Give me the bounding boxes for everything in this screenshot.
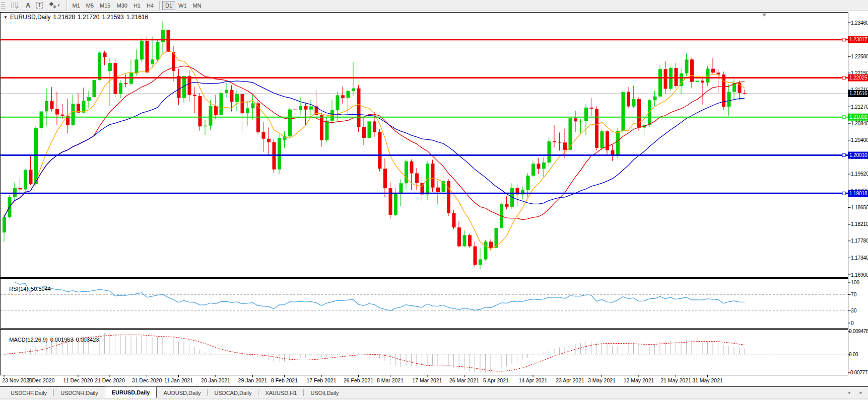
x-tick-label: 2 Dec 2020 (28, 377, 55, 383)
candle-body (29, 170, 33, 184)
chart-canvas[interactable]: 1.234601.230201.225801.221501.217101.212… (0, 11, 868, 386)
level-price-tag-label: 1.19018 (849, 191, 867, 196)
timeframe-button-mn[interactable]: MN (190, 1, 205, 10)
y-tick-label: 1.22580 (851, 54, 868, 59)
tab-usdcad[interactable]: USDCAD,Daily (208, 387, 258, 398)
candle-body (13, 188, 17, 197)
candle-body (347, 91, 350, 98)
rsi-pane[interactable] (1, 279, 848, 329)
candle-body (87, 97, 91, 101)
ohlc-high: 1.21720 (78, 14, 99, 21)
candle-body (341, 95, 345, 98)
timeframe-button-h1[interactable]: H1 (130, 1, 144, 10)
candle-body (214, 106, 218, 115)
timeframe-button-d1[interactable]: D1 (162, 1, 175, 10)
macd-tick-label: 0.009478 (849, 329, 868, 334)
candle-body (230, 90, 234, 102)
tab-audusd[interactable]: AUDUSD,Daily (157, 387, 207, 398)
level-handle[interactable] (842, 192, 845, 195)
rsi-tick-label: 70 (851, 292, 857, 297)
timeframe-button-m15[interactable]: M15 (97, 1, 113, 10)
candle-body (220, 93, 223, 115)
level-handle[interactable] (842, 76, 845, 79)
candle-body (40, 111, 43, 128)
candle-body (531, 164, 535, 176)
candle-body (399, 183, 403, 194)
candle-body (553, 141, 556, 142)
candle-body (436, 188, 440, 192)
macd-pane[interactable] (1, 330, 848, 375)
y-tick-label: 1.20400 (851, 137, 868, 143)
candle-body (188, 76, 191, 95)
chart-window[interactable]: 1.234601.230201.225801.221501.217101.212… (0, 11, 868, 386)
candle-body (204, 126, 207, 127)
level-price-tag-label: 1.20010 (849, 152, 867, 158)
chart-dropdown-icon[interactable]: ▼ (4, 15, 8, 20)
candle-body (225, 90, 228, 93)
candle-body (368, 121, 371, 138)
candle-body (558, 142, 562, 143)
candle-body (479, 259, 482, 265)
fibonacci-tool-icon[interactable]: F (8, 1, 23, 10)
candle-body (235, 94, 239, 102)
y-tick-label: 1.19520 (851, 171, 868, 177)
y-tick-label: 1.23460 (851, 20, 868, 26)
timeframe-button-m30[interactable]: M30 (113, 1, 130, 10)
x-tick-label: 11 Dec 2020 (63, 377, 93, 383)
candle-body (19, 188, 22, 189)
text-label-icon[interactable]: A (23, 1, 33, 10)
text-tool-icon[interactable]: T (33, 1, 45, 10)
y-tick-label: 1.17780 (851, 238, 868, 244)
candle-body (548, 141, 551, 163)
candle-body (727, 92, 731, 107)
x-tick-label: 17 Feb 2021 (307, 377, 337, 383)
candle-body (600, 131, 604, 148)
candle-body (658, 69, 662, 96)
timeframe-button-m1[interactable]: M1 (70, 1, 83, 10)
timeframe-button-m5[interactable]: M5 (83, 1, 97, 10)
candle-body (410, 162, 414, 174)
candle-body (50, 101, 54, 109)
tab-scroll-left-icon[interactable]: ◄ (847, 390, 851, 395)
tab-xauusd[interactable]: XAUUSD,H1 (258, 387, 303, 398)
level-handle[interactable] (842, 38, 845, 41)
candle-body (267, 139, 271, 142)
candle-body (468, 235, 472, 246)
price-pane[interactable] (1, 13, 848, 278)
level-handle[interactable] (842, 154, 845, 157)
x-tick-label: 8 Feb 2021 (271, 377, 298, 383)
symbol-tabs: USDCHF,DailyUSDCNH,DailyEURUSD,DailyAUDU… (4, 387, 346, 398)
toolbar-grip[interactable] (1, 2, 6, 10)
candle-body (611, 150, 615, 154)
arrow-tools-icon[interactable]: ▾ (46, 1, 64, 10)
toolbar-separator (66, 1, 67, 10)
tab-eurusd[interactable]: EURUSD,Daily (105, 386, 157, 398)
rsi-tick-label: 0 (851, 321, 854, 326)
candle-body (3, 217, 6, 232)
timeframe-button-w1[interactable]: W1 (175, 1, 190, 10)
candle-body (616, 131, 620, 154)
x-tick-label: 31 Dec 2020 (132, 377, 162, 383)
candle-body (595, 109, 598, 148)
x-tick-label: 23 Apr 2021 (556, 377, 584, 383)
level-handle[interactable] (842, 116, 845, 119)
chart-header: ▼ EURUSD,Daily 1.21628 1.21720 1.21593 1… (4, 14, 151, 21)
candle-body (167, 30, 170, 52)
candle-body (209, 106, 213, 126)
tab-scroll-right-icon[interactable]: ► (859, 390, 863, 395)
candle-body (98, 53, 101, 80)
candle-body (457, 227, 461, 246)
candle-body (378, 132, 382, 169)
tab-usoil[interactable]: USOil,Daily (304, 387, 345, 398)
timeframe-button-h4[interactable]: H4 (144, 1, 157, 10)
timeframe-buttons-group: M1M5M15M30H1H4D1W1MN (70, 1, 205, 10)
candle-body (362, 127, 366, 138)
candle-body (156, 42, 160, 59)
candle-body (632, 99, 636, 107)
x-tick-label: 3 May 2021 (588, 377, 616, 383)
candle-body (278, 138, 281, 170)
tab-usdcnh[interactable]: USDCNH,Daily (54, 387, 105, 398)
toolbar-separator (159, 1, 160, 10)
candle-body (574, 118, 577, 121)
tab-usdchf[interactable]: USDCHF,Daily (4, 387, 53, 398)
